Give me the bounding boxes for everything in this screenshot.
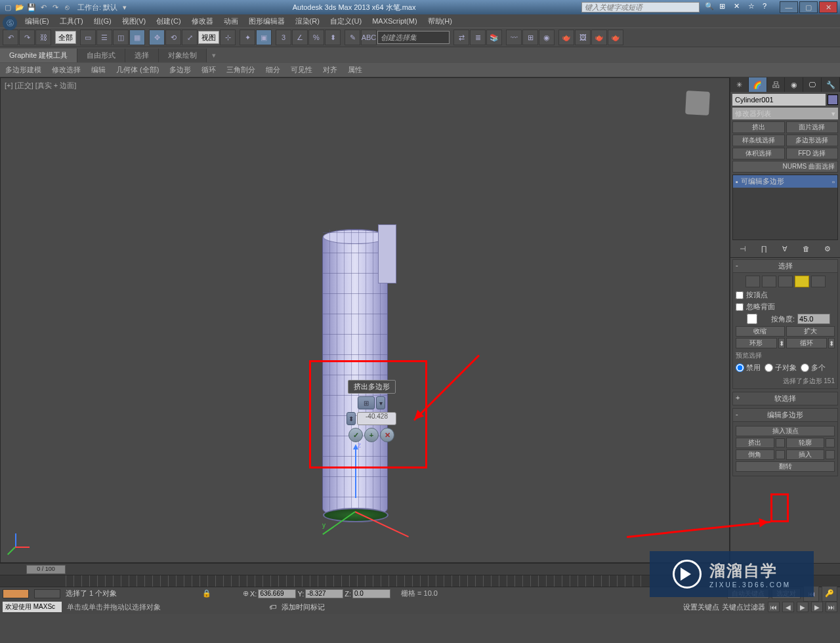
- y-coord-input[interactable]: [305, 589, 343, 598]
- spinner-snap-icon[interactable]: ⬍: [325, 30, 341, 45]
- ribbon-properties[interactable]: 属性: [343, 63, 368, 77]
- outline-settings-button[interactable]: [826, 438, 835, 447]
- named-selection-dropdown[interactable]: 创建选择集: [377, 31, 450, 44]
- mod-btn-extrude[interactable]: 挤出: [732, 121, 785, 133]
- ribbon-poly-modeling[interactable]: 多边形建模: [0, 63, 47, 77]
- maximize-button[interactable]: ▢: [799, 1, 818, 13]
- rollout-soft-selection-header[interactable]: +软选择: [732, 392, 838, 405]
- prev-frame-icon[interactable]: ◀: [782, 602, 794, 612]
- open-icon[interactable]: 📂: [14, 2, 25, 12]
- render-setup-icon[interactable]: 🫖: [558, 30, 574, 45]
- keyboard-shortcut-icon[interactable]: ▣: [256, 30, 272, 45]
- align-icon[interactable]: ≣: [470, 30, 486, 45]
- application-icon[interactable]: Ⓢ: [3, 16, 17, 30]
- named-selection-icon[interactable]: ABC: [361, 30, 377, 45]
- new-icon[interactable]: ▢: [3, 2, 13, 12]
- ring-spinner-icon[interactable]: ⬍: [778, 338, 785, 348]
- ribbon-geometry-all[interactable]: 几何体 (全部): [111, 63, 164, 77]
- signin-icon[interactable]: ⊞: [719, 2, 730, 12]
- favorite-icon[interactable]: ☆: [748, 2, 759, 12]
- sob-vertex-icon[interactable]: [746, 276, 760, 287]
- stack-item-editable-poly[interactable]: ▪ 可编辑多边形 ▫: [733, 175, 837, 188]
- x-coord-input[interactable]: [258, 589, 296, 598]
- rollout-edit-polygons-header[interactable]: -编辑多边形: [732, 408, 838, 422]
- key-filters-button[interactable]: 关键点过滤器: [722, 602, 765, 612]
- ribbon-polygons[interactable]: 多边形: [164, 63, 196, 77]
- mirror-icon[interactable]: ⇄: [453, 30, 469, 45]
- undo-tool-icon[interactable]: ↶: [3, 30, 18, 45]
- redo-icon[interactable]: ↷: [50, 2, 60, 12]
- mod-btn-nurms[interactable]: NURMS 曲面选择: [732, 161, 838, 173]
- object-color-swatch[interactable]: [828, 94, 838, 105]
- inset-settings-button[interactable]: [826, 450, 835, 459]
- ribbon-edit[interactable]: 编辑: [86, 63, 111, 77]
- edit-named-sel-icon[interactable]: ✎: [345, 30, 360, 45]
- reference-coord-dropdown[interactable]: 视图: [198, 31, 219, 44]
- shrink-button[interactable]: 收缩: [736, 326, 785, 337]
- show-end-result-icon[interactable]: ∏: [758, 243, 770, 255]
- ribbon-modify-selection[interactable]: 修改选择: [47, 63, 86, 77]
- loop-spinner-icon[interactable]: ⬍: [828, 338, 835, 348]
- ribbon-subdivision[interactable]: 细分: [261, 63, 285, 77]
- remove-modifier-icon[interactable]: 🗑: [801, 243, 812, 255]
- workbench-label[interactable]: 工作台: 默认: [77, 3, 117, 12]
- move-tool-icon[interactable]: ✥: [149, 30, 165, 45]
- sob-element-icon[interactable]: [811, 276, 826, 287]
- time-slider-thumb[interactable]: 0 / 100: [26, 565, 66, 574]
- outline-button[interactable]: 轮廓: [786, 438, 825, 448]
- link-tool-icon[interactable]: ⛓: [35, 30, 51, 45]
- modifier-stack[interactable]: ▪ 可编辑多边形 ▫: [732, 175, 838, 240]
- maxscript-listener[interactable]: 欢迎使用 MAXSc: [3, 602, 62, 612]
- ribbon-expand-icon[interactable]: ▾: [212, 51, 216, 60]
- window-crossing-icon[interactable]: ▦: [129, 30, 145, 45]
- key-mode-icon[interactable]: 🔑: [822, 586, 837, 602]
- menu-rendering[interactable]: 渲染(R): [290, 16, 325, 26]
- render-iterative-icon[interactable]: 🫖: [608, 30, 623, 45]
- exchange-icon[interactable]: ✕: [734, 2, 744, 12]
- play-icon[interactable]: ▶: [797, 602, 808, 612]
- menu-create[interactable]: 创建(C): [151, 16, 186, 26]
- preview-subobj-radio[interactable]: [765, 363, 773, 372]
- minimize-button[interactable]: —: [780, 1, 798, 13]
- lock-selection-icon[interactable]: 🔒: [202, 589, 211, 598]
- help-icon[interactable]: ?: [763, 2, 773, 12]
- modifier-list-dropdown[interactable]: 修改器列表 ▾: [732, 108, 838, 119]
- ribbon-align[interactable]: 对齐: [318, 63, 343, 77]
- preview-multi-radio[interactable]: [801, 363, 809, 372]
- menu-customize[interactable]: 自定义(U): [325, 16, 367, 26]
- undo-icon[interactable]: ↶: [38, 2, 49, 12]
- loop-button[interactable]: 循环: [786, 338, 828, 348]
- rotate-tool-icon[interactable]: ⟲: [165, 30, 181, 45]
- configure-sets-icon[interactable]: ⚙: [822, 243, 833, 255]
- motion-tab-icon[interactable]: ◉: [785, 77, 803, 92]
- create-tab-icon[interactable]: ✳: [730, 77, 749, 92]
- mod-btn-patch-select[interactable]: 面片选择: [786, 121, 839, 133]
- sob-edge-icon[interactable]: [762, 276, 776, 287]
- sob-polygon-icon[interactable]: [795, 276, 809, 287]
- select-object-icon[interactable]: ▭: [80, 30, 96, 45]
- insert-vertex-button[interactable]: 插入顶点: [736, 426, 835, 436]
- preview-off-radio[interactable]: [736, 363, 744, 372]
- select-region-icon[interactable]: ◫: [113, 30, 129, 45]
- menu-maxscript[interactable]: MAXScript(M): [367, 17, 422, 25]
- ribbon-visibility[interactable]: 可见性: [285, 63, 318, 77]
- stack-expand-icon[interactable]: ▪: [736, 178, 738, 186]
- status-swatch-2[interactable]: [34, 589, 60, 598]
- mod-btn-spline-select[interactable]: 样条线选择: [732, 135, 785, 146]
- hierarchy-tab-icon[interactable]: 品: [767, 77, 786, 92]
- percent-snap-icon[interactable]: %: [308, 30, 324, 45]
- ring-button[interactable]: 环形: [736, 338, 777, 348]
- use-center-icon[interactable]: ⊹: [220, 30, 236, 45]
- material-editor-icon[interactable]: ◉: [539, 30, 555, 45]
- menu-help[interactable]: 帮助(H): [423, 16, 457, 26]
- ribbon-loops[interactable]: 循环: [196, 63, 221, 77]
- next-frame-icon[interactable]: ▶: [811, 602, 823, 612]
- mod-btn-ffd-select[interactable]: FFD 选择: [786, 148, 839, 159]
- inset-button[interactable]: 插入: [786, 449, 825, 460]
- z-coord-input[interactable]: [352, 589, 390, 598]
- menu-edit[interactable]: 编辑(E): [20, 16, 54, 26]
- flip-button[interactable]: 翻转: [736, 461, 835, 472]
- curve-editor-icon[interactable]: 〰: [506, 30, 522, 45]
- stack-item-toggle-icon[interactable]: ▫: [832, 178, 835, 186]
- make-unique-icon[interactable]: ∀: [779, 243, 791, 255]
